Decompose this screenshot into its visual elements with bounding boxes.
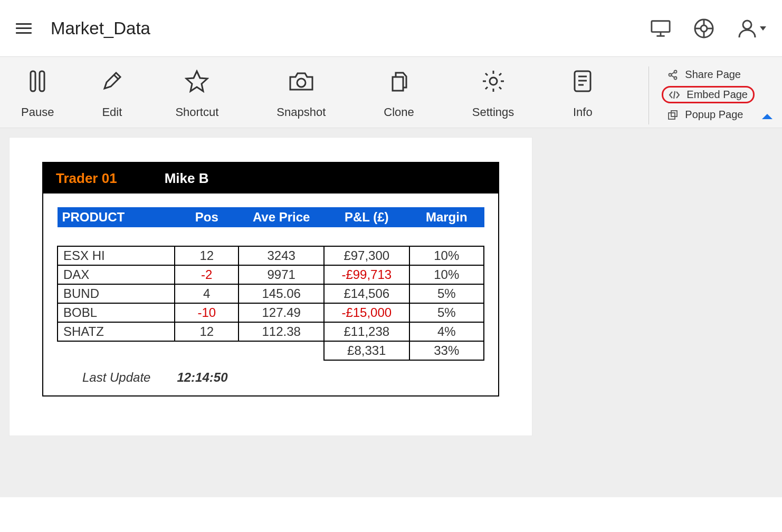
cell-product: ESX HI — [58, 246, 175, 265]
embed-page-label: Embed Page — [686, 89, 748, 101]
pause-label: Pause — [21, 105, 54, 119]
collapse-toolbar-button[interactable] — [761, 109, 774, 123]
cell-pnl: -£15,000 — [324, 303, 409, 322]
help-icon[interactable] — [693, 18, 714, 39]
svg-line-12 — [114, 75, 118, 79]
col-margin: Margin — [409, 208, 484, 227]
table-row: ESX HI123243£97,30010% — [58, 246, 484, 265]
shortcut-button[interactable]: Shortcut — [175, 69, 218, 119]
shortcut-label: Shortcut — [175, 105, 218, 119]
last-update-label: Last Update — [82, 370, 150, 385]
popup-page-label: Popup Page — [685, 109, 743, 121]
col-pos: Pos — [175, 208, 239, 227]
top-icons — [650, 18, 766, 39]
card-header: Trader 01 Mike B — [43, 163, 498, 194]
cell-product: SHATZ — [58, 322, 175, 341]
col-product: PRODUCT — [58, 208, 175, 227]
table-body: ESX HI123243£97,30010%DAX-29971-£99,7131… — [58, 227, 484, 360]
cell-margin: 10% — [409, 246, 484, 265]
clone-button[interactable]: Clone — [384, 69, 414, 119]
cell-margin: 10% — [409, 265, 484, 284]
pencil-icon — [101, 69, 122, 94]
table-row: DAX-29971-£99,71310% — [58, 265, 484, 284]
trader-id: Trader 01 — [56, 170, 117, 187]
cell-margin: 4% — [409, 322, 484, 341]
camera-icon — [288, 69, 314, 94]
last-update-value: 12:14:50 — [177, 370, 227, 385]
cell-pos: 12 — [175, 246, 239, 265]
pause-button[interactable]: Pause — [21, 69, 54, 119]
share-page-link[interactable]: Share Page — [662, 66, 755, 83]
svg-rect-10 — [31, 71, 35, 91]
svg-point-13 — [297, 79, 306, 87]
clone-label: Clone — [384, 105, 414, 119]
page-links: Share Page Embed Page Popup Page — [649, 66, 755, 124]
cell-product: BUND — [58, 284, 175, 303]
info-button[interactable]: Info — [572, 69, 593, 119]
separator — [649, 66, 649, 124]
snapshot-button[interactable]: Snapshot — [276, 69, 326, 119]
svg-rect-0 — [652, 21, 670, 32]
svg-line-23 — [671, 75, 674, 78]
pause-icon — [28, 69, 47, 94]
table-header-row: PRODUCT Pos Ave Price P&L (£) Margin — [58, 208, 484, 227]
svg-rect-25 — [669, 113, 675, 119]
cell-ave: 127.49 — [239, 303, 324, 322]
svg-rect-11 — [40, 71, 44, 91]
cell-product: BOBL — [58, 303, 175, 322]
cell-pos: 12 — [175, 322, 239, 341]
code-icon — [669, 89, 680, 101]
page-title: Market_Data — [51, 18, 150, 38]
data-table: PRODUCT Pos Ave Price P&L (£) Margin ESX… — [57, 207, 484, 361]
col-pnl: P&L (£) — [324, 208, 409, 227]
cell-total-pnl: £8,331 — [324, 341, 409, 360]
table-total-row: £8,33133% — [58, 341, 484, 360]
cell-pos: -10 — [175, 303, 239, 322]
col-ave: Ave Price — [239, 208, 324, 227]
svg-point-4 — [701, 25, 707, 32]
content-area: Trader 01 Mike B PRODUCT Pos Ave Price P… — [0, 128, 782, 497]
edit-button[interactable]: Edit — [101, 69, 122, 119]
cell-ave: 112.38 — [239, 322, 324, 341]
cell-pnl: £11,238 — [324, 322, 409, 341]
cell-ave: 145.06 — [239, 284, 324, 303]
top-bar: Market_Data — [0, 0, 782, 57]
share-icon — [667, 69, 679, 81]
share-page-label: Share Page — [685, 69, 741, 81]
settings-label: Settings — [472, 105, 514, 119]
monitor-icon[interactable] — [650, 18, 671, 39]
cell-ave: 9971 — [239, 265, 324, 284]
cell-total-margin: 33% — [409, 341, 484, 360]
svg-point-9 — [743, 21, 751, 29]
cell-ave: 3243 — [239, 246, 324, 265]
trader-card: Trader 01 Mike B PRODUCT Pos Ave Price P… — [42, 162, 499, 396]
svg-line-22 — [671, 72, 674, 74]
settings-button[interactable]: Settings — [472, 69, 514, 119]
trader-name: Mike B — [165, 170, 209, 187]
star-icon — [185, 69, 209, 94]
svg-rect-26 — [671, 111, 677, 117]
gear-icon — [481, 69, 506, 94]
cell-pnl: £14,506 — [324, 284, 409, 303]
info-icon — [572, 69, 593, 94]
embed-page-link[interactable]: Embed Page — [662, 86, 755, 103]
cell-product: DAX — [58, 265, 175, 284]
table-row: SHATZ12112.38£11,2384% — [58, 322, 484, 341]
menu-icon[interactable] — [12, 16, 36, 41]
cell-pos: -2 — [175, 265, 239, 284]
table-row: BUND4145.06£14,5065% — [58, 284, 484, 303]
caret-down-icon — [760, 26, 766, 31]
last-update: Last Update 12:14:50 — [57, 370, 484, 385]
popup-icon — [667, 109, 679, 121]
edit-label: Edit — [102, 105, 122, 119]
cell-pnl: -£99,713 — [324, 265, 409, 284]
toolbar: Pause Edit Shortcut Snapshot — [0, 57, 782, 128]
popup-page-link[interactable]: Popup Page — [662, 107, 755, 123]
cell-pnl: £97,300 — [324, 246, 409, 265]
table-row: BOBL-10127.49-£15,0005% — [58, 303, 484, 322]
cell-pos: 4 — [175, 284, 239, 303]
svg-point-14 — [490, 78, 497, 85]
user-icon — [737, 18, 758, 39]
user-menu[interactable] — [737, 18, 766, 39]
cell-margin: 5% — [409, 303, 484, 322]
